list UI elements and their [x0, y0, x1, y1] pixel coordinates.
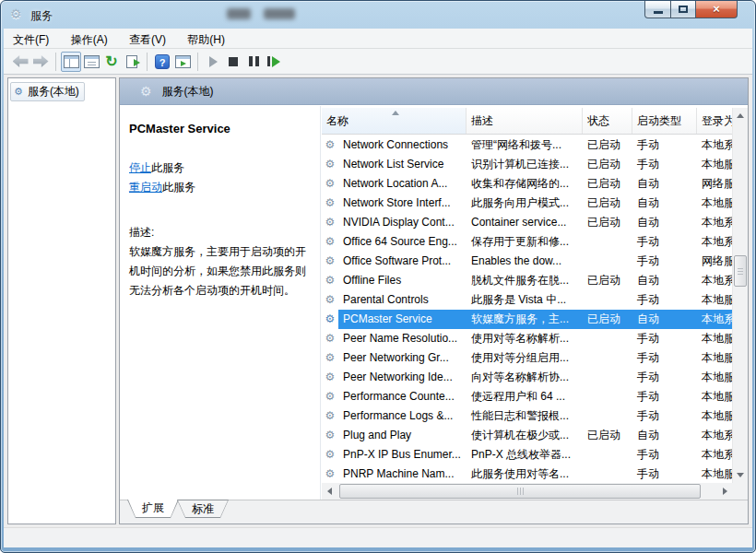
close-button[interactable]: × [696, 1, 738, 18]
column-header-startup-type[interactable]: 启动类型 [632, 108, 697, 134]
cell-startup-type: 手动 [632, 445, 697, 465]
table-row[interactable]: ⚙ Network Location A... 收集和存储网络的... 已启动 … [322, 174, 732, 194]
cell-logon-as: 本地系统 [697, 135, 732, 155]
table-row[interactable]: ⚙ Network Store Interf... 此服务向用户模式... 已启… [322, 194, 732, 213]
minimize-button[interactable] [644, 1, 671, 18]
table-row[interactable]: ⚙ Peer Networking Gr... 使用对等分组启用... 手动 本… [322, 348, 732, 368]
table-row[interactable]: ⚙ Offline Files 脱机文件服务在脱... 已启动 自动 本地系统 [322, 271, 732, 290]
cell-status: 已启动 [583, 213, 632, 232]
maximize-button[interactable] [671, 1, 696, 18]
cell-status [583, 368, 632, 387]
cell-description: 性能日志和警报根... [467, 406, 583, 426]
scroll-down-button[interactable] [734, 468, 747, 482]
refresh-button[interactable]: ↻ [101, 52, 122, 72]
table-row[interactable]: ⚙ Performance Logs &... 性能日志和警报根... 手动 本… [322, 406, 732, 426]
cell-logon-as: 网络服务 [697, 252, 732, 271]
service-gear-icon: ⚙ [322, 213, 338, 232]
service-gear-icon: ⚙ [322, 174, 338, 194]
column-header-description[interactable]: 描述 [467, 108, 583, 134]
menu-action[interactable]: 操作(A) [62, 29, 117, 49]
restart-service-button[interactable] [264, 52, 284, 72]
scroll-left-icon [327, 488, 332, 495]
stop-service-button[interactable] [223, 52, 243, 72]
scroll-up-button[interactable] [734, 109, 747, 123]
link-suffix: 此服务 [151, 161, 184, 174]
menu-file[interactable]: 文件(F) [4, 29, 58, 49]
table-row[interactable]: ⚙ PCMaster Service 软媒魔方服务，主... 已启动 自动 本地… [322, 310, 732, 329]
cell-startup-type: 自动 [632, 213, 697, 232]
service-gear-icon: ⚙ [322, 310, 338, 329]
cell-description: 使用对等分组启用... [467, 348, 583, 368]
table-row[interactable]: ⚙ Plug and Play 使计算机在极少或... 已启动 自动 本地系统 [322, 426, 732, 445]
stop-service-link[interactable]: 停止 [129, 161, 151, 174]
vertical-scroll-thumb[interactable] [734, 255, 747, 287]
table-row[interactable]: ⚙ Peer Networking Ide... 向对等名称解析协... 手动 … [322, 368, 732, 387]
cell-name: Peer Networking Ide... [338, 368, 467, 387]
export-list-button[interactable] [122, 52, 142, 72]
table-row[interactable]: ⚙ Parental Controls 此服务是 Vista 中... 手动 本… [322, 290, 732, 310]
service-gear-icon: ⚙ [322, 271, 338, 290]
cell-startup-type: 手动 [632, 155, 697, 174]
column-header-logon-as[interactable]: 登录为 [697, 108, 732, 134]
back-button[interactable] [10, 52, 30, 72]
table-row[interactable]: ⚙ Network Connections 管理“网络和拨号... 已启动 手动… [322, 135, 732, 155]
footer-tab-strip: 扩展 标准 [120, 500, 748, 524]
table-row[interactable]: ⚙ Peer Name Resolutio... 使用对等名称解析... 手动 … [322, 329, 732, 348]
refresh-icon: ↻ [105, 54, 117, 69]
menu-help[interactable]: 帮助(H) [178, 29, 234, 49]
show-action-pane-button[interactable] [172, 52, 193, 72]
cell-name: PnP-X IP Bus Enumer... [338, 445, 467, 465]
services-window: ⚙ 服务 × 文件(F) 操作(A) 查看(V) 帮助(H) ↻ ? [0, 0, 756, 553]
cell-startup-type: 手动 [632, 290, 697, 310]
window-title: 服务 [30, 8, 53, 24]
cell-name: NVIDIA Display Cont... [338, 213, 467, 232]
table-row[interactable]: ⚙ PnP-X IP Bus Enumer... PnP-X 总线枚举器... … [322, 445, 732, 465]
cell-logon-as: 本地系统 [697, 445, 732, 465]
table-row[interactable]: ⚙ Network List Service 识别计算机已连接... 已启动 手… [322, 155, 732, 174]
table-row[interactable]: ⚙ Performance Counte... 使远程用户和 64 ... 手动… [322, 387, 732, 406]
console-tree-icon [64, 55, 79, 68]
horizontal-scroll-thumb[interactable] [339, 484, 701, 499]
pause-service-button[interactable] [243, 52, 264, 72]
title-bar[interactable]: ⚙ 服务 × [1, 1, 755, 29]
cell-name: Office 64 Source Eng... [338, 232, 467, 252]
start-service-button[interactable] [203, 52, 223, 72]
vertical-scrollbar[interactable] [732, 108, 748, 483]
cell-logon-as: 本地系统 [697, 213, 732, 232]
cell-description: 使远程用户和 64 ... [467, 387, 583, 406]
service-gear-icon: ⚙ [322, 348, 338, 368]
scrollbar-corner [732, 483, 748, 500]
tab-standard[interactable]: 标准 [177, 500, 229, 518]
forward-button[interactable] [30, 52, 51, 72]
horizontal-scrollbar[interactable] [322, 483, 732, 500]
cell-name: Network List Service [338, 155, 467, 174]
show-console-tree-button[interactable] [61, 52, 81, 72]
help-icon: ? [155, 54, 170, 69]
scroll-left-button[interactable] [322, 484, 337, 499]
table-row[interactable]: ⚙ Office 64 Source Eng... 保存用于更新和修... 手动… [322, 232, 732, 252]
menu-view[interactable]: 查看(V) [120, 29, 175, 49]
column-header-name[interactable]: 名称 [322, 108, 467, 134]
service-gear-icon: ⚙ [322, 155, 338, 174]
cell-description: 脱机文件服务在脱... [467, 271, 583, 290]
service-description: 软媒魔方服务，主要用于启动项的开机时间的分析，如果您禁用此服务则无法分析各个启动… [129, 242, 315, 300]
help-button[interactable]: ? [152, 52, 172, 72]
column-header-status[interactable]: 状态 [583, 108, 632, 134]
cell-name: Network Location A... [338, 174, 467, 194]
cell-status: 已启动 [583, 155, 632, 174]
table-row[interactable]: ⚙ PNRP Machine Nam... 此服务使用对等名... 手动 本地服… [322, 465, 732, 483]
table-row[interactable]: ⚙ NVIDIA Display Cont... Container servi… [322, 213, 732, 232]
tree-item-services-local[interactable]: ⚙ 服务(本地) [10, 82, 85, 101]
cell-name: Parental Controls [338, 290, 467, 310]
tree-item-label: 服务(本地) [28, 84, 79, 100]
tab-extended[interactable]: 扩展 [127, 500, 179, 518]
scroll-right-button[interactable] [717, 484, 732, 499]
properties-button[interactable] [81, 52, 101, 72]
service-list: 名称 描述 状态 启动类型 登录为 ⚙ Network Connections … [320, 106, 748, 500]
table-row[interactable]: ⚙ Office Software Prot... Enables the do… [322, 252, 732, 271]
cell-name: Network Store Interf... [338, 194, 467, 213]
service-rows: ⚙ Network Connections 管理“网络和拨号... 已启动 手动… [322, 135, 732, 483]
restart-service-link[interactable]: 重启动 [129, 181, 162, 194]
service-gear-icon: ⚙ [322, 406, 338, 426]
description-label: 描述: [129, 223, 315, 242]
